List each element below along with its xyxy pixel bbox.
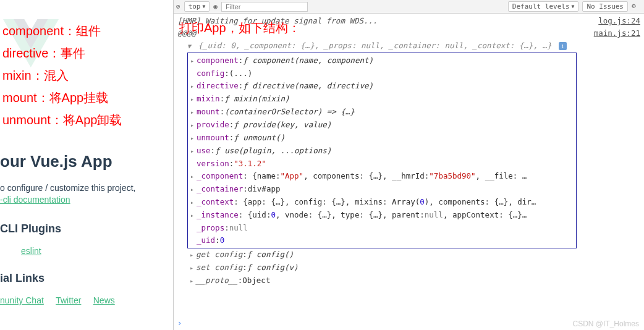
issues-button[interactable]: No Issues	[582, 1, 628, 12]
info-icon[interactable]: i	[559, 42, 567, 50]
log-levels-selector[interactable]: Default levels▼	[508, 1, 579, 12]
annotation-component: component：组件	[2, 20, 122, 42]
prop-container-private[interactable]: ▸_container: div#app	[190, 183, 574, 196]
clear-console-icon[interactable]: ⊘	[176, 2, 180, 11]
watermark: CSDN @IT_Holmes	[572, 319, 639, 328]
eslint-link[interactable]: eslint	[21, 246, 41, 256]
prop-uid-private[interactable]: _uid: 0	[190, 234, 574, 247]
live-expression-icon[interactable]: ◉	[213, 2, 218, 11]
source-link-main[interactable]: main.js:21	[594, 27, 640, 40]
community-chat-link[interactable]: nunity Chat	[0, 295, 44, 305]
prop-unmount[interactable]: ▸unmount: ƒ unmount()	[190, 132, 574, 145]
prop-proto[interactable]: ▸__proto__: Object	[190, 274, 644, 287]
source-link-log[interactable]: log.js:24	[598, 15, 640, 27]
essential-links-heading: ial Links	[0, 272, 44, 285]
prop-use[interactable]: ▸use: ƒ use(plugin, ...options)	[190, 145, 574, 158]
prop-set-config[interactable]: ▸set config: ƒ config(v)	[190, 261, 644, 274]
cli-plugins-heading: CLI Plugins	[0, 222, 61, 235]
page-subtitle: o configure / customize this project,	[0, 183, 135, 193]
app-background: component：组件 directive：事件 mixin：混入 mount…	[0, 0, 173, 330]
devtools-console: ⊘ top▼ ◉ Default levels▼ No Issues ⚙ [HM…	[173, 0, 644, 330]
gear-icon[interactable]: ⚙	[632, 2, 642, 12]
prop-mixin[interactable]: ▸mixin: ƒ mixin(mixin)	[190, 93, 574, 106]
red-annotations: component：组件 directive：事件 mixin：混入 mount…	[2, 20, 122, 131]
filter-input[interactable]	[221, 2, 308, 12]
console-toolbar: ⊘ top▼ ◉ Default levels▼ No Issues ⚙	[174, 0, 644, 14]
twitter-link[interactable]: Twitter	[56, 295, 81, 305]
context-selector[interactable]: top▼	[184, 1, 210, 12]
annotation-unmount: unmount：将App卸载	[2, 109, 122, 131]
prop-get-config[interactable]: ▸get config: ƒ config()	[190, 248, 644, 261]
annotation-directive: directive：事件	[2, 42, 122, 64]
prop-instance-private[interactable]: ▸_instance: {uid: 0, vnode: {…}, type: {…	[190, 209, 574, 222]
prop-context-private[interactable]: ▸_context: {app: {…}, config: {…}, mixin…	[190, 196, 574, 209]
annotation-mixin: mixin：混入	[2, 64, 122, 87]
prop-mount[interactable]: ▸mount: (containerOrSelector) => {…}	[190, 106, 574, 119]
prop-provide[interactable]: ▸provide: ƒ provide(key, value)	[190, 119, 574, 132]
console-prompt-icon[interactable]: ›	[177, 319, 182, 328]
news-link[interactable]: News	[93, 295, 115, 305]
page-title: our Vue.js App	[0, 152, 112, 171]
prop-component[interactable]: ▸component: ƒ component(name, component)	[190, 54, 574, 67]
prop-props-private[interactable]: _props: null	[190, 222, 574, 234]
object-summary[interactable]: ▼ {_uid: 0, _component: {…}, _props: nul…	[174, 40, 644, 53]
prop-version[interactable]: version: "3.1.2"	[190, 158, 574, 170]
prop-directive[interactable]: ▸directive: ƒ directive(name, directive)	[190, 80, 574, 93]
object-properties-box: ▸component: ƒ component(name, component)…	[187, 53, 577, 248]
cli-doc-link[interactable]: -cli documentation	[0, 195, 70, 205]
prop-component-private[interactable]: ▸_component: {name: "App", components: {…	[190, 170, 574, 183]
prop-config[interactable]: config: (...)	[190, 67, 574, 80]
annotation-header-note: 打印App，如下结构：	[179, 20, 300, 36]
annotation-mount: mount：将App挂载	[2, 87, 122, 109]
